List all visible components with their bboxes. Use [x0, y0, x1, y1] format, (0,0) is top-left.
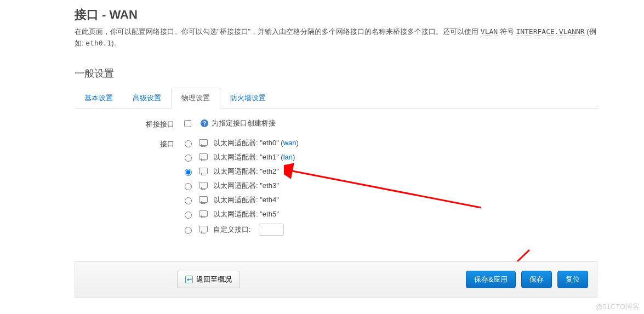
iface-radio[interactable]	[185, 197, 192, 204]
custom-interface-input[interactable]	[259, 224, 284, 236]
back-button-label: 返回至概况	[196, 275, 232, 284]
save-apply-button[interactable]: 保存&应用	[466, 271, 516, 288]
tab-physical[interactable]: 物理设置	[171, 88, 220, 109]
bridge-label: 桥接接口	[75, 118, 182, 129]
section-title: 一般设置	[75, 67, 597, 80]
bridge-checkbox[interactable]	[184, 120, 191, 127]
desc-text: )。	[111, 39, 121, 47]
iface-radio[interactable]	[185, 169, 192, 176]
tab-basic[interactable]: 基本设置	[75, 88, 123, 108]
iface-option-eth0[interactable]: 以太网适配器: "eth0" (wan)	[182, 138, 299, 148]
iface-radio[interactable]	[185, 183, 192, 190]
adapter-icon	[199, 153, 208, 161]
iface-text: 以太网适配器: "eth5"	[213, 209, 279, 219]
help-icon[interactable]: ?	[201, 119, 208, 127]
save-button[interactable]: 保存	[521, 271, 552, 288]
tab-firewall[interactable]: 防火墙设置	[220, 88, 276, 108]
iface-radio[interactable]	[185, 140, 192, 147]
iface-radio[interactable]	[185, 155, 192, 162]
desc-text: 符号	[498, 27, 516, 36]
iface-text: 以太网适配器: "eth1" (lan)	[213, 152, 295, 162]
adapter-icon	[199, 226, 208, 233]
footer-bar: ↩ 返回至概况 保存&应用 保存 复位	[75, 261, 597, 298]
page-description: 在此页面，你可以配置网络接口。你可以勾选"桥接接口"，并输入由空格分隔的多个网络…	[75, 26, 597, 49]
iface-radio[interactable]	[185, 212, 192, 219]
back-button[interactable]: ↩ 返回至概况	[177, 271, 240, 288]
interface-label: 接口	[75, 138, 182, 149]
adapter-icon	[199, 196, 208, 204]
adapter-icon	[199, 139, 208, 147]
reset-button[interactable]: 复位	[557, 271, 588, 288]
adapter-icon	[199, 168, 208, 175]
intf-abbr: INTERFACE.VLANNR	[516, 27, 584, 36]
custom-label: 自定义接口:	[213, 225, 251, 235]
watermark: @51CTO博客	[595, 302, 640, 312]
adapter-icon	[199, 182, 208, 190]
interface-radio-group: 以太网适配器: "eth0" (wan) 以太网适配器: "eth1" (lan…	[182, 138, 299, 236]
back-icon: ↩	[185, 276, 193, 283]
iface-option-custom[interactable]: 自定义接口:	[182, 224, 299, 236]
adapter-icon	[199, 210, 208, 218]
desc-text: 在此页面，你可以配置网络接口。你可以勾选"桥接接口"，并输入由空格分隔的多个网络…	[75, 27, 481, 36]
iface-text: 以太网适配器: "eth2"	[213, 167, 279, 176]
eth-example: eth0.1	[86, 39, 111, 47]
iface-radio[interactable]	[185, 227, 192, 234]
vlan-abbr: VLAN	[481, 27, 498, 36]
iface-text: 以太网适配器: "eth3"	[213, 181, 279, 191]
tab-advanced[interactable]: 高级设置	[123, 88, 171, 108]
iface-option-eth2[interactable]: 以太网适配器: "eth2"	[182, 167, 299, 176]
page-title: 接口 - WAN	[75, 7, 597, 23]
iface-text: 以太网适配器: "eth4"	[213, 195, 279, 205]
iface-text: 以太网适配器: "eth0" (wan)	[213, 138, 299, 148]
bridge-help-text: 为指定接口创建桥接	[212, 118, 276, 128]
iface-option-eth4[interactable]: 以太网适配器: "eth4"	[182, 195, 299, 205]
iface-option-eth5[interactable]: 以太网适配器: "eth5"	[182, 209, 299, 219]
iface-option-eth3[interactable]: 以太网适配器: "eth3"	[182, 181, 299, 191]
tab-bar: 基本设置 高级设置 物理设置 防火墙设置	[75, 89, 597, 109]
iface-option-eth1[interactable]: 以太网适配器: "eth1" (lan)	[182, 152, 299, 162]
